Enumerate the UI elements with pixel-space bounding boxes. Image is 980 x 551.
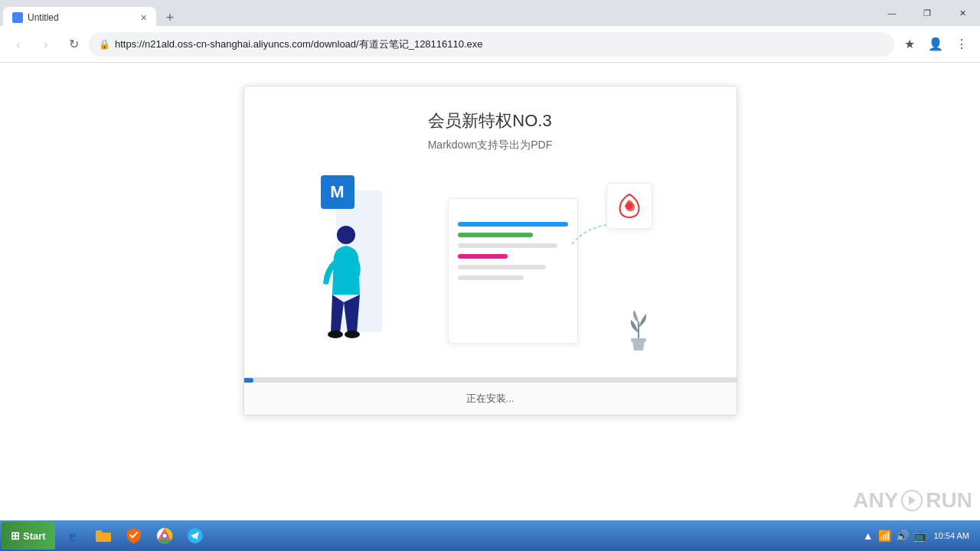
- doc-line-blue: [458, 222, 568, 227]
- browser-titlebar: Untitled × + — ❐ ✕: [0, 0, 980, 26]
- doc-line-green: [458, 233, 533, 237]
- pdf-icon: [606, 183, 652, 229]
- taskbar-tray: ▲ 📶 🔊 📺 10:54 AM: [857, 530, 978, 542]
- svg-point-11: [162, 534, 166, 538]
- svg-point-2: [345, 331, 360, 338]
- ie-icon: e: [64, 527, 81, 544]
- taskbar-item-chrome[interactable]: [150, 522, 179, 549]
- forward-button[interactable]: ›: [34, 32, 58, 57]
- maximize-button[interactable]: ❐: [910, 0, 945, 26]
- svg-point-0: [337, 226, 355, 244]
- url-text: https://n21ald.oss-cn-shanghai.aliyuncs.…: [115, 37, 884, 51]
- installer-dialog: 会员新特权NO.3 Markdown支持导出为PDF M: [243, 86, 737, 416]
- doc-line-gray-1: [458, 243, 557, 248]
- start-icon: ⊞: [11, 530, 20, 542]
- installer-body: 会员新特权NO.3 Markdown支持导出为PDF M: [244, 86, 737, 377]
- bookmark-button[interactable]: ★: [897, 32, 922, 57]
- progress-text: 正在安装...: [244, 383, 737, 415]
- svg-point-3: [626, 203, 632, 209]
- document-card: [448, 198, 578, 344]
- lock-icon: 🔒: [99, 39, 110, 50]
- browser-navbar: ‹ › ↻ 🔒 https://n21ald.oss-cn-shanghai.a…: [0, 26, 980, 63]
- doc-line-gray-2: [458, 265, 546, 269]
- tray-expand-icon[interactable]: ▲: [863, 530, 874, 542]
- person-illustration: [317, 218, 371, 359]
- svg-rect-5: [631, 338, 646, 342]
- chrome-icon: [156, 527, 173, 544]
- new-tab-button[interactable]: +: [159, 7, 181, 28]
- installer-title: 会员新特权NO.3: [275, 109, 706, 132]
- telegram-icon: [187, 527, 204, 544]
- tray-network-icon[interactable]: 📶: [878, 530, 891, 542]
- tab-title: Untitled: [28, 12, 59, 23]
- doc-line-gray-3: [458, 276, 524, 280]
- markdown-badge: M: [321, 175, 354, 209]
- taskbar-item-shield[interactable]: [119, 522, 149, 549]
- refresh-button[interactable]: ↻: [61, 32, 86, 57]
- menu-button[interactable]: ⋮: [949, 32, 974, 57]
- profile-button[interactable]: 👤: [923, 32, 948, 57]
- tab-favicon: [12, 12, 23, 23]
- tab-bar: Untitled × +: [3, 0, 181, 26]
- start-label: Start: [23, 530, 46, 542]
- back-button[interactable]: ‹: [6, 32, 31, 57]
- taskbar-item-telegram[interactable]: [181, 522, 210, 549]
- plant-illustration: [623, 306, 654, 355]
- page-content: 会员新特权NO.3 Markdown支持导出为PDF M: [0, 63, 980, 520]
- minimize-button[interactable]: —: [874, 0, 910, 26]
- taskbar-item-folder[interactable]: [89, 522, 118, 549]
- taskbar-items: e: [58, 522, 857, 549]
- window-controls: — ❐ ✕: [874, 0, 980, 26]
- nav-right-icons: ★ 👤 ⋮: [897, 32, 974, 57]
- installer-illustration: M: [275, 175, 706, 359]
- start-button[interactable]: ⊞ Start: [2, 522, 55, 549]
- close-button[interactable]: ✕: [945, 0, 980, 26]
- tray-time: 10:54 AM: [931, 530, 972, 541]
- address-bar[interactable]: 🔒 https://n21ald.oss-cn-shanghai.aliyunc…: [89, 32, 894, 57]
- doc-line-pink: [458, 254, 508, 259]
- tab-close-button[interactable]: ×: [135, 11, 147, 24]
- tray-display-icon[interactable]: 📺: [913, 530, 926, 542]
- folder-icon: [95, 527, 112, 544]
- shield-icon: [126, 527, 142, 544]
- taskbar-item-ie[interactable]: e: [58, 522, 87, 549]
- installer-subtitle: Markdown支持导出为PDF: [275, 139, 706, 152]
- installer-progress-area: 正在安装...: [244, 377, 737, 415]
- taskbar: ⊞ Start e: [0, 520, 980, 551]
- svg-point-1: [328, 331, 343, 338]
- active-tab[interactable]: Untitled ×: [3, 7, 156, 28]
- tray-volume-icon[interactable]: 🔊: [896, 530, 909, 542]
